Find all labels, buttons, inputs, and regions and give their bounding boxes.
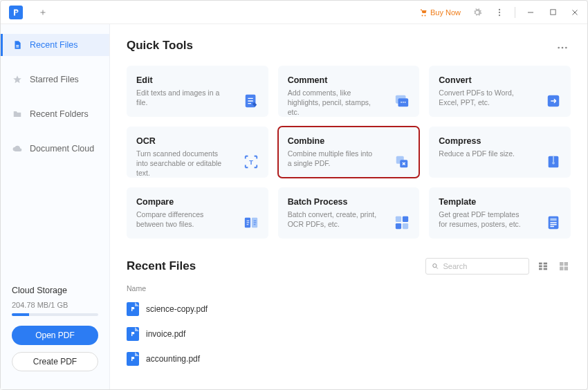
svg-rect-26 [403,223,408,229]
cloud-storage-title: Cloud Storage [12,286,98,295]
sidebar: Recent FilesStarred FilesRecent FoldersD… [1,24,110,389]
divider [515,7,515,18]
recent-files-title: Recent Files [127,259,196,273]
body: Recent FilesStarred FilesRecent FoldersD… [1,24,587,389]
tool-card-compare[interactable]: CompareCompare differences between two f… [127,187,268,239]
window-minimize-button[interactable] [522,4,539,21]
tool-title: Combine [288,136,410,146]
svg-rect-37 [564,262,568,266]
pdf-file-icon [127,352,139,366]
svg-rect-24 [403,216,408,222]
tool-card-combine[interactable]: CombineCombine multiple files into a sin… [278,127,420,178]
tool-desc: Get great PDF templates for resumes, pos… [439,210,529,229]
quick-tools-more-icon[interactable] [554,37,571,55]
sidebar-item-document-cloud[interactable]: Document Cloud [1,138,109,160]
kebab-menu-icon[interactable] [491,4,508,21]
new-tab-button[interactable] [35,5,50,20]
convert-icon [544,92,562,110]
svg-point-6 [562,47,564,49]
svg-rect-23 [396,216,401,222]
tool-desc: Turn scanned documents into searchable o… [136,149,226,178]
template-icon [544,214,562,232]
svg-rect-3 [528,12,533,12]
titlebar-right: Buy Now [416,4,583,21]
app-logo-icon [9,6,23,19]
search-icon [432,262,439,270]
svg-point-20 [552,162,555,165]
pdf-file-icon [127,302,139,316]
star-icon [12,74,23,85]
svg-rect-34 [544,266,547,268]
file-icon [12,39,23,50]
svg-rect-39 [564,267,568,270]
list-view-button[interactable] [536,259,550,273]
buy-now-label: Buy Now [430,8,461,17]
grid-view-button[interactable] [557,259,571,273]
sidebar-item-label: Recent Folders [30,109,89,119]
file-row[interactable]: science-copy.pdf [127,297,571,322]
svg-point-5 [558,47,560,49]
tool-title: Convert [439,75,561,85]
search-input[interactable] [443,262,524,270]
column-header-name: Name [127,281,571,297]
tool-desc: Reduce a PDF file size. [439,149,529,158]
svg-point-2 [499,14,500,15]
search-box[interactable] [425,258,529,275]
ocr-icon: T [242,153,260,171]
tool-title: Compress [439,136,561,146]
tool-desc: Compare differences between two files. [136,210,226,229]
svg-point-29 [433,264,437,268]
nav-list: Recent FilesStarred FilesRecent FoldersD… [1,34,109,160]
open-pdf-button[interactable]: Open PDF [12,326,98,345]
file-list: science-copy.pdfinvoice.pdfaccounting.pd… [127,297,571,371]
window-close-button[interactable] [567,4,583,21]
tool-desc: Edit texts and images in a file. [136,88,226,107]
svg-rect-36 [560,262,563,266]
tool-desc: Combine multiple files into a single PDF… [288,149,378,168]
compress-icon [544,153,562,171]
gear-icon[interactable] [469,4,486,21]
svg-point-11 [401,102,402,103]
sidebar-item-recent-files[interactable]: Recent Files [1,34,109,56]
sidebar-item-label: Document Cloud [30,144,94,154]
batch-icon [393,214,411,232]
sidebar-item-recent-folders[interactable]: Recent Folders [1,103,109,125]
tool-card-template[interactable]: TemplateGet great PDF templates for resu… [429,187,571,239]
folder-icon [12,109,23,120]
recent-files-controls [425,258,571,275]
recent-files-header: Recent Files [127,258,571,275]
window-maximize-button[interactable] [544,4,561,21]
tool-card-comment[interactable]: CommentAdd comments, like highlights, pe… [278,66,420,117]
sidebar-bottom: Cloud Storage 204.78 MB/1 GB Open PDF Cr… [1,286,109,389]
tool-card-compress[interactable]: CompressReduce a PDF file size. [429,127,571,178]
file-row[interactable]: accounting.pdf [127,346,571,371]
titlebar: Buy Now [1,1,587,24]
sidebar-item-starred-files[interactable]: Starred Files [1,68,109,91]
svg-point-12 [403,102,404,103]
quick-tools-header: Quick Tools [127,37,571,55]
file-name: science-copy.pdf [146,304,208,314]
svg-rect-25 [396,223,401,229]
buy-now-link[interactable]: Buy Now [416,7,463,18]
tool-title: Template [439,197,561,207]
svg-rect-4 [550,10,555,15]
tool-card-ocr[interactable]: OCRTurn scanned documents into searchabl… [127,127,268,178]
tool-card-batch-process[interactable]: Batch ProcessBatch convert, create, prin… [278,187,420,239]
titlebar-left [5,5,50,20]
tool-title: Comment [288,75,410,85]
svg-rect-19 [553,156,554,162]
create-pdf-button[interactable]: Create PDF [12,352,98,371]
svg-point-0 [499,8,500,10]
sidebar-item-label: Starred Files [30,75,79,84]
tool-title: Batch Process [288,197,410,207]
edit-icon [242,92,260,110]
svg-rect-31 [539,266,542,268]
file-row[interactable]: invoice.pdf [127,322,571,346]
main-content: Quick Tools EditEdit texts and images in… [110,24,587,389]
tool-card-edit[interactable]: EditEdit texts and images in a file. [127,66,268,117]
svg-rect-35 [544,268,547,270]
svg-rect-30 [539,263,542,265]
tool-card-convert[interactable]: ConvertConvert PDFs to Word, Excel, PPT,… [429,66,571,117]
tool-desc: Batch convert, create, print, OCR PDFs, … [288,210,378,229]
comment-icon [393,92,411,110]
